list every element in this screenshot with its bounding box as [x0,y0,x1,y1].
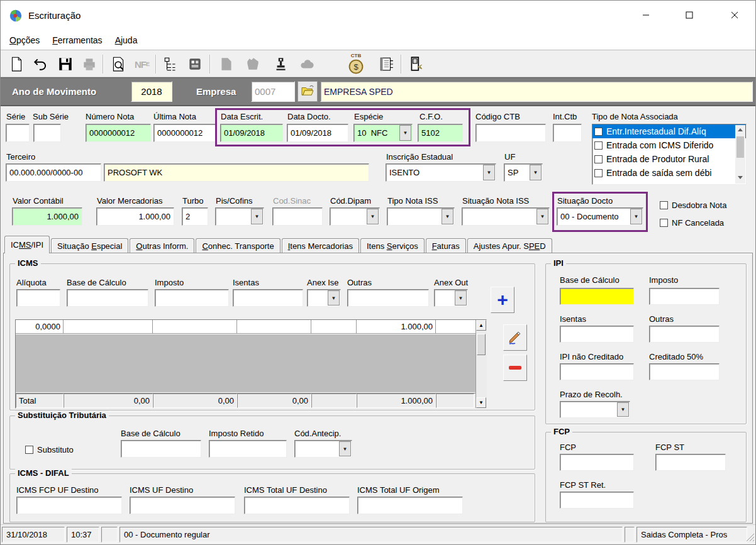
scroll-down-icon[interactable]: ▼ [476,397,486,408]
inscricao-estadual-combo[interactable]: ISENTO ▼ [386,163,496,182]
difal-fcp-uf-destino-field[interactable] [16,497,122,514]
save-icon[interactable] [55,54,76,74]
tree-icon[interactable] [160,54,182,74]
add-icms-row-button[interactable]: + [491,287,514,313]
int-ctb-field[interactable] [553,124,582,142]
nf-cancelada-checkbox[interactable]: NF Cancelada [660,218,724,228]
list-item[interactable]: Entrada de Produtor Rural [592,152,746,166]
empresa-name-field[interactable]: EMPRESA SPED [320,81,753,102]
grid-cell-anex-ise[interactable] [311,320,357,333]
chevron-down-icon[interactable]: ▼ [339,441,351,456]
scrollbar-thumb[interactable] [477,334,486,355]
checkbox[interactable] [594,128,603,136]
menu-ajuda[interactable]: Ajuda [109,31,144,50]
chevron-down-icon[interactable]: ▼ [367,209,379,224]
empresa-code-field[interactable]: 0007 [251,81,295,102]
fcp-st-field[interactable] [655,454,726,471]
checkbox[interactable] [594,169,603,177]
chevron-down-icon[interactable]: ▼ [630,209,642,224]
chevron-down-icon[interactable]: ▼ [530,165,542,180]
data-escrit-field[interactable]: 01/09/2018 [220,124,283,142]
ledger-icon[interactable] [375,54,397,74]
resize-grip[interactable] [746,533,755,544]
pis-cofins-combo[interactable]: ▼ [215,207,264,226]
cod-dipam-combo[interactable]: ▼ [330,207,380,226]
tab-itens-servicos[interactable]: Itens Serviços [360,238,425,253]
ultima-nota-field[interactable]: 0000000012 [153,124,216,142]
chevron-down-icon[interactable]: ▼ [251,209,263,224]
ipi-base-field[interactable] [560,288,634,305]
grid-scrollbar[interactable]: ▲ ▼ [475,320,486,408]
terceiro-documento-field[interactable]: 00.000.000/0000-00 [6,163,101,182]
tab-faturas[interactable]: Faturas [426,238,466,253]
fcp-st-ret-field[interactable] [560,492,634,509]
fcp-field[interactable] [560,454,634,471]
desdobra-nota-checkbox[interactable]: Desdobra Nota [660,201,726,210]
chevron-down-icon[interactable]: ▼ [455,290,467,306]
turbo-field[interactable]: 2 [182,207,208,226]
tab-conhec-transporte[interactable]: Conhec. Transporte [196,238,280,253]
terceiro-nome-field[interactable]: PROSOFT WK [104,163,369,182]
serie-field[interactable] [6,124,30,142]
substituto-checkbox[interactable]: Substituto [25,445,74,454]
difal-total-uf-destino-field[interactable] [244,497,350,514]
checkbox[interactable] [660,219,668,227]
exit-door-icon[interactable] [406,54,427,74]
ano-movimento-field[interactable]: 2018 [131,81,172,102]
icms-anex-ise-combo[interactable]: ▼ [307,289,341,307]
codigo-ctb-field[interactable] [475,124,546,142]
listbox-scrollbar[interactable] [735,125,745,184]
icms-isentas-field[interactable] [233,289,303,307]
icms-imposto-field[interactable] [155,289,229,307]
ipi-prazo-combo[interactable]: ▼ [560,401,630,418]
scroll-up-icon[interactable] [738,128,743,131]
maximize-button[interactable] [675,1,704,31]
grid-cell-outras[interactable]: 1.000,00 [357,320,436,333]
st-imposto-retido-field[interactable] [209,440,287,458]
icms-base-field[interactable] [67,289,148,307]
stamp-icon[interactable] [184,54,206,74]
sub-serie-field[interactable] [33,124,61,142]
list-item[interactable]: Entrada com ICMS Diferido [592,138,746,152]
difal-uf-destino-field[interactable] [130,497,235,514]
uf-combo[interactable]: SP ▼ [504,163,543,182]
ctb-coin-icon[interactable]: CTB $ [345,54,367,74]
ipi-nao-creditado-field[interactable] [560,363,634,380]
icms-anex-out-combo[interactable]: ▼ [434,289,468,307]
scanner-icon[interactable] [270,54,291,74]
list-item[interactable]: Entr.Interestadual Dif.Alíq [592,124,746,138]
valor-mercadorias-field[interactable]: 1.000,00 [96,207,174,226]
numero-nota-field[interactable]: 0000000012 [86,124,151,142]
especie-combo[interactable]: 10 NFC ▼ [353,124,413,142]
checkbox[interactable] [594,141,603,150]
difal-total-uf-origem-field[interactable] [357,497,463,514]
checkbox[interactable] [660,201,668,209]
ipi-isentas-field[interactable] [560,326,634,343]
situacao-docto-combo[interactable]: 00 - Documento regular ▼ [557,207,643,226]
edit-row-button[interactable] [503,324,527,351]
tipo-nota-iss-combo[interactable]: ▼ [387,207,455,226]
valor-contabil-field[interactable]: 1.000,00 [12,207,82,226]
menu-opcoes[interactable]: Opções [3,31,46,50]
tab-itens-mercadorias[interactable]: Itens Mercadorias [282,238,359,253]
preview-icon[interactable] [108,54,129,74]
chevron-down-icon[interactable]: ▼ [442,209,453,224]
menu-ferramentas[interactable]: Ferramentas [46,31,108,50]
tab-icms-ipi[interactable]: ICMS/IPI [4,236,50,253]
icms-outras-field[interactable] [347,289,429,307]
minimize-button[interactable] [631,1,660,31]
chevron-down-icon[interactable]: ▼ [483,165,495,180]
tab-ajustes-apur-sped[interactable]: Ajustes Apur. SPED [467,238,552,253]
undo-icon[interactable] [30,54,51,74]
open-company-button[interactable] [297,81,318,102]
checkbox[interactable] [25,446,33,454]
list-item[interactable]: Entrada de saída sem débi [592,166,746,180]
st-cod-antecip-combo[interactable]: ▼ [294,440,352,458]
icms-grid[interactable]: 0,0000 1.000,00 Total 0,00 0,00 0,00 1.0… [15,319,487,409]
tipo-nota-associada-listbox[interactable]: Entr.Interestadual Dif.Alíq Entrada com … [592,124,747,185]
scrollbar-thumb[interactable] [737,136,744,158]
st-base-field[interactable] [121,440,201,458]
situacao-nota-iss-combo[interactable]: ▼ [462,207,550,226]
ipi-imposto-field[interactable] [649,288,720,305]
checkbox[interactable] [594,155,603,163]
